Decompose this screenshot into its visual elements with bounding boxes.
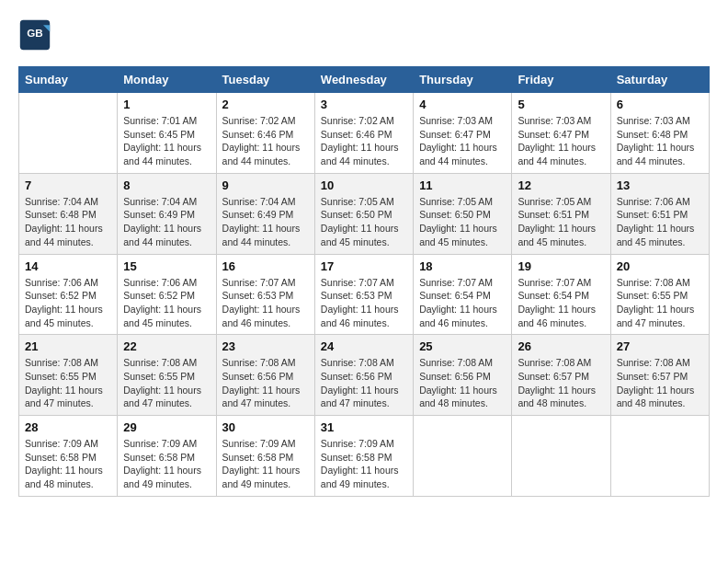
day-number: 26 xyxy=(518,339,604,353)
day-cell xyxy=(512,416,610,497)
day-info: Sunrise: 7:08 AM Sunset: 6:55 PM Dayligh… xyxy=(25,356,111,410)
day-info: Sunrise: 7:07 AM Sunset: 6:53 PM Dayligh… xyxy=(321,276,407,330)
week-row-3: 14Sunrise: 7:06 AM Sunset: 6:52 PM Dayli… xyxy=(19,254,710,335)
week-row-1: 1Sunrise: 7:01 AM Sunset: 6:45 PM Daylig… xyxy=(19,93,710,174)
col-header-tuesday: Tuesday xyxy=(216,67,314,93)
day-number: 5 xyxy=(518,98,604,111)
day-number: 30 xyxy=(222,420,309,434)
day-cell: 24Sunrise: 7:08 AM Sunset: 6:56 PM Dayli… xyxy=(314,335,413,416)
day-cell: 3Sunrise: 7:02 AM Sunset: 6:46 PM Daylig… xyxy=(314,93,413,174)
day-number: 23 xyxy=(222,339,309,353)
day-cell: 23Sunrise: 7:08 AM Sunset: 6:56 PM Dayli… xyxy=(216,335,314,416)
day-cell xyxy=(610,416,709,497)
day-cell: 12Sunrise: 7:05 AM Sunset: 6:51 PM Dayli… xyxy=(512,173,610,254)
day-info: Sunrise: 7:08 AM Sunset: 6:57 PM Dayligh… xyxy=(617,356,703,410)
day-number: 22 xyxy=(123,339,210,353)
day-info: Sunrise: 7:09 AM Sunset: 6:58 PM Dayligh… xyxy=(25,437,111,491)
day-info: Sunrise: 7:01 AM Sunset: 6:45 PM Dayligh… xyxy=(123,114,210,168)
page-header: GB xyxy=(18,18,710,52)
day-info: Sunrise: 7:06 AM Sunset: 6:51 PM Dayligh… xyxy=(617,195,703,249)
day-cell: 18Sunrise: 7:07 AM Sunset: 6:54 PM Dayli… xyxy=(414,254,512,335)
day-cell: 14Sunrise: 7:06 AM Sunset: 6:52 PM Dayli… xyxy=(19,254,118,335)
day-cell: 25Sunrise: 7:08 AM Sunset: 6:56 PM Dayli… xyxy=(414,335,512,416)
day-info: Sunrise: 7:05 AM Sunset: 6:50 PM Dayligh… xyxy=(419,195,506,249)
day-number: 28 xyxy=(25,420,111,434)
day-number: 7 xyxy=(25,178,111,192)
day-cell: 19Sunrise: 7:07 AM Sunset: 6:54 PM Dayli… xyxy=(512,254,610,335)
col-header-friday: Friday xyxy=(512,67,610,93)
day-info: Sunrise: 7:07 AM Sunset: 6:54 PM Dayligh… xyxy=(419,276,506,330)
day-cell xyxy=(19,93,118,174)
day-info: Sunrise: 7:09 AM Sunset: 6:58 PM Dayligh… xyxy=(123,437,210,491)
day-info: Sunrise: 7:03 AM Sunset: 6:48 PM Dayligh… xyxy=(617,114,703,168)
day-number: 6 xyxy=(617,98,703,111)
day-number: 9 xyxy=(222,178,309,192)
day-info: Sunrise: 7:06 AM Sunset: 6:52 PM Dayligh… xyxy=(123,276,210,330)
day-cell: 30Sunrise: 7:09 AM Sunset: 6:58 PM Dayli… xyxy=(216,416,314,497)
day-cell: 13Sunrise: 7:06 AM Sunset: 6:51 PM Dayli… xyxy=(610,173,709,254)
calendar-table: SundayMondayTuesdayWednesdayThursdayFrid… xyxy=(18,66,710,497)
day-cell: 29Sunrise: 7:09 AM Sunset: 6:58 PM Dayli… xyxy=(118,416,216,497)
day-info: Sunrise: 7:08 AM Sunset: 6:56 PM Dayligh… xyxy=(321,356,407,410)
day-info: Sunrise: 7:09 AM Sunset: 6:58 PM Dayligh… xyxy=(321,437,407,491)
day-info: Sunrise: 7:04 AM Sunset: 6:49 PM Dayligh… xyxy=(222,195,309,249)
day-number: 12 xyxy=(518,178,604,192)
day-cell: 5Sunrise: 7:03 AM Sunset: 6:47 PM Daylig… xyxy=(512,93,610,174)
col-header-wednesday: Wednesday xyxy=(314,67,413,93)
day-info: Sunrise: 7:09 AM Sunset: 6:58 PM Dayligh… xyxy=(222,437,309,491)
day-number: 19 xyxy=(518,259,604,273)
day-cell: 8Sunrise: 7:04 AM Sunset: 6:49 PM Daylig… xyxy=(118,173,216,254)
day-cell: 16Sunrise: 7:07 AM Sunset: 6:53 PM Dayli… xyxy=(216,254,314,335)
day-info: Sunrise: 7:03 AM Sunset: 6:47 PM Dayligh… xyxy=(419,114,506,168)
day-info: Sunrise: 7:08 AM Sunset: 6:56 PM Dayligh… xyxy=(419,356,506,410)
day-cell: 4Sunrise: 7:03 AM Sunset: 6:47 PM Daylig… xyxy=(414,93,512,174)
day-info: Sunrise: 7:04 AM Sunset: 6:48 PM Dayligh… xyxy=(25,195,111,249)
day-info: Sunrise: 7:08 AM Sunset: 6:56 PM Dayligh… xyxy=(222,356,309,410)
day-cell: 22Sunrise: 7:08 AM Sunset: 6:55 PM Dayli… xyxy=(118,335,216,416)
day-number: 31 xyxy=(321,420,407,434)
col-header-sunday: Sunday xyxy=(19,67,118,93)
day-cell: 31Sunrise: 7:09 AM Sunset: 6:58 PM Dayli… xyxy=(314,416,413,497)
day-number: 17 xyxy=(321,259,407,273)
col-header-saturday: Saturday xyxy=(610,67,709,93)
svg-text:GB: GB xyxy=(27,27,43,39)
day-cell: 27Sunrise: 7:08 AM Sunset: 6:57 PM Dayli… xyxy=(610,335,709,416)
day-info: Sunrise: 7:07 AM Sunset: 6:54 PM Dayligh… xyxy=(518,276,604,330)
day-cell: 15Sunrise: 7:06 AM Sunset: 6:52 PM Dayli… xyxy=(118,254,216,335)
day-cell: 7Sunrise: 7:04 AM Sunset: 6:48 PM Daylig… xyxy=(19,173,118,254)
day-number: 24 xyxy=(321,339,407,353)
column-headers-row: SundayMondayTuesdayWednesdayThursdayFrid… xyxy=(19,67,710,93)
day-cell: 28Sunrise: 7:09 AM Sunset: 6:58 PM Dayli… xyxy=(19,416,118,497)
day-info: Sunrise: 7:02 AM Sunset: 6:46 PM Dayligh… xyxy=(321,114,407,168)
day-number: 29 xyxy=(123,420,210,434)
week-row-4: 21Sunrise: 7:08 AM Sunset: 6:55 PM Dayli… xyxy=(19,335,710,416)
day-cell: 2Sunrise: 7:02 AM Sunset: 6:46 PM Daylig… xyxy=(216,93,314,174)
day-info: Sunrise: 7:08 AM Sunset: 6:55 PM Dayligh… xyxy=(617,276,703,330)
day-info: Sunrise: 7:08 AM Sunset: 6:57 PM Dayligh… xyxy=(518,356,604,410)
day-number: 15 xyxy=(123,259,210,273)
day-cell: 26Sunrise: 7:08 AM Sunset: 6:57 PM Dayli… xyxy=(512,335,610,416)
day-number: 14 xyxy=(25,259,111,273)
day-number: 13 xyxy=(617,178,703,192)
day-info: Sunrise: 7:06 AM Sunset: 6:52 PM Dayligh… xyxy=(25,276,111,330)
day-number: 3 xyxy=(321,98,407,111)
day-cell: 6Sunrise: 7:03 AM Sunset: 6:48 PM Daylig… xyxy=(610,93,709,174)
day-number: 21 xyxy=(25,339,111,353)
col-header-monday: Monday xyxy=(118,67,216,93)
day-number: 4 xyxy=(419,98,506,111)
day-cell: 11Sunrise: 7:05 AM Sunset: 6:50 PM Dayli… xyxy=(414,173,512,254)
day-cell xyxy=(414,416,512,497)
day-info: Sunrise: 7:07 AM Sunset: 6:53 PM Dayligh… xyxy=(222,276,309,330)
day-number: 1 xyxy=(123,98,210,111)
day-info: Sunrise: 7:08 AM Sunset: 6:55 PM Dayligh… xyxy=(123,356,210,410)
day-cell: 10Sunrise: 7:05 AM Sunset: 6:50 PM Dayli… xyxy=(314,173,413,254)
day-info: Sunrise: 7:05 AM Sunset: 6:50 PM Dayligh… xyxy=(321,195,407,249)
week-row-5: 28Sunrise: 7:09 AM Sunset: 6:58 PM Dayli… xyxy=(19,416,710,497)
day-cell: 17Sunrise: 7:07 AM Sunset: 6:53 PM Dayli… xyxy=(314,254,413,335)
day-number: 10 xyxy=(321,178,407,192)
col-header-thursday: Thursday xyxy=(414,67,512,93)
day-number: 27 xyxy=(617,339,703,353)
day-cell: 9Sunrise: 7:04 AM Sunset: 6:49 PM Daylig… xyxy=(216,173,314,254)
day-info: Sunrise: 7:05 AM Sunset: 6:51 PM Dayligh… xyxy=(518,195,604,249)
logo-icon: GB xyxy=(18,18,51,52)
